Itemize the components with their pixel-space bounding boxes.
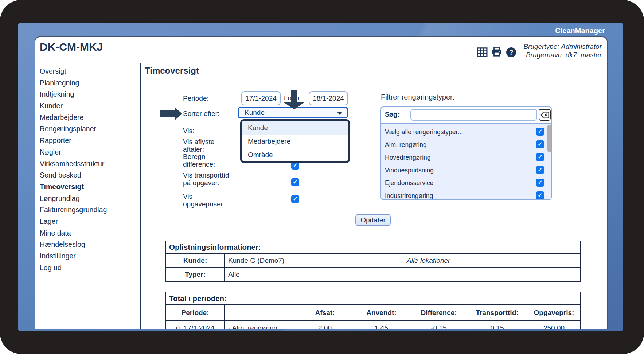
- sidebar-item-rapporter[interactable]: Rapporter: [40, 135, 134, 147]
- filter-checkbox-select-all[interactable]: [536, 128, 544, 136]
- arrow-right-icon: [160, 110, 175, 117]
- toggle-label-vis-transporttid: Vis transporttid på opgaver:: [183, 172, 235, 187]
- info-table-title: Oplistningsinformationer:: [166, 241, 580, 254]
- sort-by-dropdown: Kunde Medarbejdere Område: [240, 119, 350, 163]
- toggle-label-vis-aflyste: Vis aflyste aftaler:: [183, 138, 235, 153]
- info-row-value: Kunde G (Demo7): [228, 257, 284, 264]
- sidebar-divider: [140, 63, 141, 329]
- app-window: DK-CM-MKJ ? Brugertype: Administrator Br…: [35, 36, 608, 329]
- column-header: Afsat:: [297, 305, 353, 320]
- column-header: Periode:: [166, 305, 225, 320]
- brand-logo: CleanManager: [555, 27, 605, 35]
- filter-item-alm-rengoering[interactable]: Alm. rengøring: [385, 141, 427, 149]
- info-row-note: Alle lokationer: [407, 254, 450, 267]
- filter-item-vinduespudsning[interactable]: Vinduespudsning: [385, 167, 434, 174]
- totals-data-row: d. 17/1 2024 - Alm. rengøring 2:00 1:45 …: [166, 321, 580, 329]
- sidebar-item-rengoeringsplaner[interactable]: Rengøringsplaner: [40, 123, 134, 135]
- user-info: Brugertype: Administrator Brugernavn: dk…: [523, 42, 602, 59]
- filter-checkbox-industrirengoering[interactable]: [536, 191, 544, 199]
- search-label: Søg:: [385, 111, 399, 118]
- column-header: Anvendt:: [353, 305, 410, 320]
- info-table: Oplistningsinformationer: Kunde: Kunde G…: [165, 241, 581, 282]
- sidebar-item-noegler[interactable]: Nøgler: [40, 147, 134, 158]
- filter-item-ejendomsservice[interactable]: Ejendomsservice: [385, 179, 433, 187]
- backspace-icon: [540, 112, 549, 118]
- sort-by-selected-value: Kunde: [245, 109, 265, 117]
- sidebar-item-log-ud[interactable]: Log ud: [40, 262, 134, 274]
- sidebar-nav: Oversigt Planlægning Indtjekning Kunder …: [40, 66, 134, 273]
- dropdown-option-kunde[interactable]: Kunde: [242, 121, 348, 135]
- column-header: Opgavepris:: [526, 305, 582, 320]
- user-type-label: Brugertype: Administrator: [523, 42, 602, 51]
- sidebar-item-mine-data[interactable]: Mine data: [40, 227, 134, 239]
- cell-afsat: 2:00: [297, 321, 353, 329]
- sidebar-item-virksomhedsstruktur[interactable]: Virksomhedsstruktur: [40, 158, 134, 170]
- dropdown-option-omraade[interactable]: Område: [242, 148, 348, 162]
- totals-header-row: Periode: Afsat: Anvendt: Difference: Tra…: [166, 305, 580, 321]
- info-row-value: Alle: [228, 271, 240, 278]
- filter-list: Vælg alle rengøringstyper... Alm. rengør…: [381, 123, 551, 199]
- header-divider: [39, 63, 603, 63]
- filter-item-hovedrengoering[interactable]: Hovedrengøring: [385, 154, 430, 162]
- sidebar-item-haendelseslog[interactable]: Hændelseslog: [40, 239, 134, 250]
- sidebar-item-lager[interactable]: Lager: [40, 216, 134, 227]
- cell-periode: d. 17/1 2024: [166, 321, 225, 329]
- filter-title: Filtrer rengøringstyper:: [381, 93, 454, 101]
- date-to-input[interactable]: [309, 91, 348, 105]
- info-row-label: Typer:: [166, 268, 225, 281]
- sidebar-item-kunder[interactable]: Kunder: [40, 100, 134, 112]
- filter-checkbox-alm-rengoering[interactable]: [536, 140, 544, 148]
- sidebar-item-planlaegning[interactable]: Planlægning: [40, 77, 134, 89]
- toggle-label-vis-opgavepriser: Vis opgavepriser:: [183, 193, 235, 208]
- dropdown-option-medarbejdere[interactable]: Medarbejdere: [242, 135, 348, 148]
- filter-scrollbar[interactable]: [547, 125, 551, 152]
- sidebar-item-loengrundlag[interactable]: Løngrundlag: [40, 193, 134, 205]
- cell-opgavepris: 250,00: [526, 321, 582, 329]
- cell-anvendt: 1:45: [353, 321, 410, 329]
- table-row: Kunde: Kunde G (Demo7) Alle lokationer: [166, 254, 580, 267]
- arrow-down-icon: [291, 90, 297, 103]
- page-title: DK-CM-MKJ: [40, 41, 103, 53]
- periode-label: Periode:: [183, 95, 209, 102]
- sidebar-item-indtjekning[interactable]: Indtjekning: [40, 89, 134, 100]
- info-row-label: Kunde:: [166, 254, 225, 267]
- checkbox-vis-opgavepriser[interactable]: [291, 195, 299, 203]
- cell-opgave: - Alm. rengøring: [225, 321, 297, 329]
- sidebar-item-medarbejdere[interactable]: Medarbejdere: [40, 112, 134, 124]
- table-row: Typer: Alle: [166, 267, 580, 281]
- sort-by-label: Sorter efter:: [183, 110, 219, 118]
- sidebar-item-oversigt[interactable]: Oversigt: [40, 66, 134, 77]
- filter-checkbox-hovedrengoering[interactable]: [536, 153, 544, 161]
- filter-item-industrirengoering[interactable]: Industrirengøring: [385, 192, 433, 200]
- sidebar-item-timeoversigt[interactable]: Timeoversigt: [40, 181, 134, 193]
- search-input[interactable]: [410, 109, 537, 121]
- filter-checkbox-ejendomsservice[interactable]: [536, 179, 544, 187]
- column-header: Difference:: [410, 305, 468, 320]
- toggle-label-vis: Vis:: [183, 127, 235, 135]
- date-from-input[interactable]: [241, 91, 281, 105]
- clear-search-button[interactable]: [539, 109, 551, 121]
- totals-table: Total i perioden: Periode: Afsat: Anvend…: [165, 292, 581, 329]
- filter-panel: Søg: Vælg alle rengøringstyper... Alm. r…: [380, 106, 552, 200]
- chevron-down-icon: [337, 112, 343, 115]
- cell-transporttid: 0:15: [468, 321, 526, 329]
- filter-checkbox-vinduespudsning[interactable]: [536, 166, 544, 174]
- help-icon[interactable]: ?: [506, 47, 516, 57]
- update-button[interactable]: Opdater: [355, 214, 391, 226]
- sidebar-item-faktureringsgrundlag[interactable]: Faktureringsgrundlag: [40, 204, 134, 216]
- print-icon[interactable]: [491, 46, 502, 59]
- column-header: [225, 305, 297, 320]
- sidebar-item-send-besked[interactable]: Send besked: [40, 170, 134, 181]
- table-view-icon[interactable]: [477, 47, 488, 59]
- toggle-label-beregn-difference: Beregn difference:: [183, 153, 235, 168]
- arrow-down-icon: [284, 102, 304, 109]
- arrow-right-icon: [175, 107, 182, 120]
- column-header: Transporttid:: [468, 305, 526, 320]
- user-name-label: Brugernavn: dk7_master: [523, 51, 602, 59]
- filter-item-select-all[interactable]: Vælg alle rengøringstyper...: [385, 128, 463, 136]
- checkbox-vis-transporttid[interactable]: [291, 178, 299, 186]
- totals-table-title: Total i perioden:: [166, 292, 580, 305]
- section-title: Timeoversigt: [145, 66, 199, 76]
- sidebar-item-indstillinger[interactable]: Indstillinger: [40, 250, 134, 262]
- screenshot-stage: CleanManager DK-CM-MKJ ? Brugertype: Adm…: [0, 0, 644, 354]
